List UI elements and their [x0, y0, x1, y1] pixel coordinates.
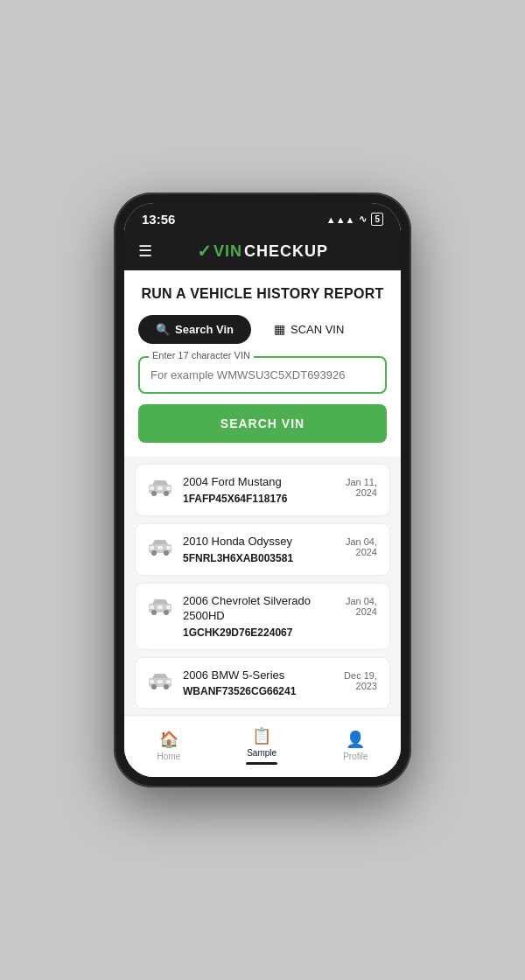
vehicle-date: Dec 19,2023 — [344, 670, 377, 691]
main-content: RUN A VEHICLE HISTORY REPORT 🔍 Search Vi… — [124, 270, 401, 715]
search-vin-button[interactable]: SEARCH VIN — [138, 404, 387, 443]
svg-rect-15 — [150, 606, 154, 609]
svg-point-8 — [164, 550, 169, 556]
svg-rect-3 — [150, 486, 154, 490]
svg-rect-16 — [158, 606, 163, 609]
vin-input[interactable] — [150, 365, 374, 385]
nav-item-profile[interactable]: 👤 Profile — [329, 726, 382, 765]
nav-icon-sample: 📋 — [252, 726, 271, 746]
car-icon — [148, 479, 172, 496]
vehicle-date: Jan 11,2024 — [346, 477, 377, 498]
vehicle-info: 2010 Honda Odyssey 5FNRL3H6XAB003581 — [183, 535, 335, 564]
vehicle-name: 2006 Chevrolet Silverado 2500HD — [183, 594, 335, 624]
signal-icon: ▲▲▲ — [326, 214, 355, 225]
logo: ✓ VIN CHECKUP — [197, 241, 328, 262]
qr-icon: ▦ — [274, 322, 285, 336]
nav-label: Sample — [247, 748, 276, 758]
svg-rect-17 — [166, 606, 171, 609]
car-icon — [148, 672, 172, 690]
vehicle-list: 2004 Ford Mustang 1FAFP45X64F118176 Jan … — [124, 457, 401, 715]
svg-point-2 — [164, 491, 169, 496]
logo-check-icon: ✓ — [197, 241, 212, 262]
nav-item-sample[interactable]: 📋 Sample — [232, 723, 291, 768]
nav-item-home[interactable]: 🏠 Home — [143, 726, 194, 765]
search-mode-toggle: 🔍 Search Vin ▦ SCAN VIN — [138, 314, 387, 344]
svg-rect-9 — [150, 546, 154, 550]
vehicle-info: 2004 Ford Mustang 1FAFP45X64F118176 — [183, 475, 335, 505]
status-bar: 13:56 ▲▲▲ ∿ 5 — [124, 203, 401, 232]
vehicle-info: 2006 Chevrolet Silverado 2500HD 1GCHK29D… — [183, 594, 335, 639]
svg-rect-10 — [158, 546, 163, 550]
vehicle-name: 2010 Honda Odyssey — [183, 535, 335, 550]
vehicle-name: 2006 BMW 5-Series — [183, 668, 333, 683]
nav-label: Profile — [343, 752, 368, 761]
svg-rect-23 — [166, 680, 171, 683]
svg-rect-21 — [150, 680, 154, 683]
car-icon — [148, 598, 172, 615]
search-vin-tab[interactable]: 🔍 Search Vin — [138, 315, 251, 344]
vehicle-list-item[interactable]: 2004 Ford Mustang 1FAFP45X64F118176 Jan … — [135, 464, 390, 516]
svg-point-20 — [164, 684, 169, 690]
page-title: RUN A VEHICLE HISTORY REPORT — [138, 286, 387, 302]
svg-rect-5 — [166, 486, 171, 490]
car-icon — [148, 538, 172, 556]
vin-input-label: Enter 17 character VIN — [149, 350, 254, 360]
svg-point-14 — [164, 610, 169, 615]
svg-rect-11 — [166, 546, 171, 550]
vehicle-list-item[interactable]: 2010 Honda Odyssey 5FNRL3H6XAB003581 Jan… — [135, 523, 390, 576]
nav-label: Home — [157, 752, 180, 761]
top-nav: ☰ ✓ VIN CHECKUP — [124, 232, 401, 270]
vehicle-date: Jan 04,2024 — [346, 596, 377, 617]
svg-rect-4 — [158, 486, 163, 490]
svg-rect-22 — [158, 680, 163, 683]
vehicle-info: 2006 BMW 5-Series WBANF73526CG66241 — [183, 668, 333, 698]
vehicle-vin: 5FNRL3H6XAB003581 — [183, 552, 335, 564]
scan-vin-tab[interactable]: ▦ SCAN VIN — [265, 314, 353, 344]
vehicle-vin: WBANF73526CG66241 — [183, 685, 333, 697]
logo-vin-text: VIN — [214, 242, 242, 261]
vehicle-date: Jan 04,2024 — [346, 536, 377, 557]
svg-point-7 — [151, 550, 157, 556]
vehicle-list-item[interactable]: 2006 BMW 5-Series WBANF73526CG66241 Dec … — [135, 657, 390, 710]
svg-point-13 — [151, 610, 157, 615]
vehicle-name: 2004 Ford Mustang — [183, 475, 335, 490]
vin-input-container: Enter 17 character VIN — [138, 356, 387, 394]
hamburger-icon[interactable]: ☰ — [138, 242, 152, 261]
svg-point-19 — [151, 684, 157, 690]
nav-icon-profile: 👤 — [346, 730, 365, 749]
search-icon: 🔍 — [156, 323, 170, 336]
svg-point-1 — [151, 491, 157, 496]
vehicle-vin: 1FAFP45X64F118176 — [183, 493, 335, 505]
vehicle-vin: 1GCHK29D76E224067 — [183, 626, 335, 639]
status-time: 13:56 — [142, 212, 175, 227]
wifi-icon: ∿ — [359, 214, 367, 225]
bottom-nav: 🏠 Home 📋 Sample 👤 Profile — [124, 715, 401, 777]
vehicle-list-item[interactable]: 2006 Chevrolet Silverado 2500HD 1GCHK29D… — [135, 583, 390, 650]
nav-icon-home: 🏠 — [159, 730, 178, 749]
logo-checkup-text: CHECKUP — [244, 242, 328, 261]
status-icons: ▲▲▲ ∿ 5 — [326, 213, 383, 226]
battery-icon: 5 — [371, 213, 383, 226]
